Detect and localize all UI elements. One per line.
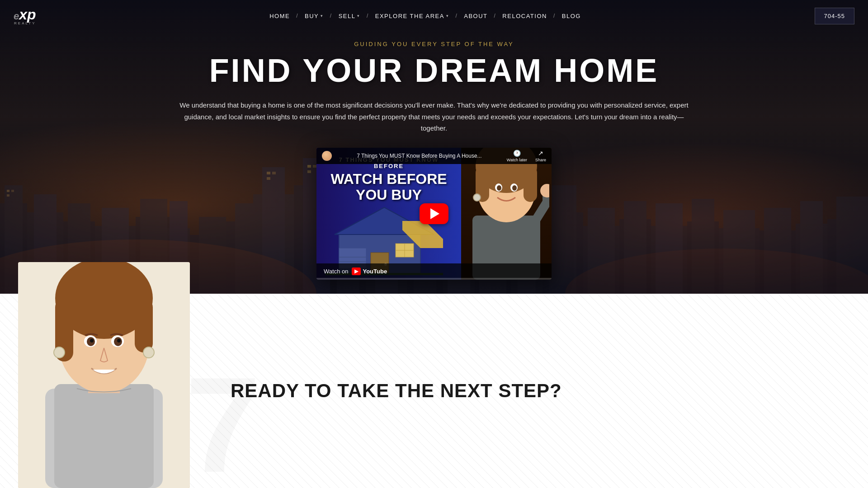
nav-explore[interactable]: EXPLORE THE AREA ▾ (372, 11, 453, 21)
hero-section: exp REALTY HOME / BUY ▾ / SELL ▾ / EXPLO… (0, 0, 868, 294)
cta-title: Ready To Take The Next Step? (231, 380, 832, 402)
nav-blog[interactable]: BLOG (558, 11, 585, 21)
svg-point-100 (143, 347, 154, 358)
agent-photo-area (0, 294, 203, 488)
video-wrapper[interactable]: 7 Things You MUST Know Before Buying A H… (316, 148, 552, 280)
share-label: Share (535, 158, 546, 162)
sell-dropdown-arrow: ▾ (357, 14, 360, 18)
svg-point-81 (497, 185, 501, 191)
hero-content: GUIDING YOU EVERY STEP OF THE WAY FIND Y… (0, 0, 868, 280)
share-icon: ↗ (538, 150, 543, 157)
cta-prefix: Ready To Take (231, 380, 395, 401)
nav-sep-1: / (296, 13, 298, 19)
nav-sep-3: / (367, 13, 369, 19)
svg-rect-87 (54, 384, 154, 488)
hero-description: We understand that buying a home is one … (163, 99, 705, 134)
watch-on-youtube[interactable]: Watch on ▶ YouTube (324, 267, 387, 275)
watch-later-icon: 🕐 (513, 150, 521, 157)
phone-button[interactable]: 704-55 (815, 8, 854, 24)
nav-sep-6: / (553, 13, 556, 19)
svg-point-83 (473, 194, 481, 201)
watch-on-label: Watch on (324, 268, 348, 275)
share-button[interactable]: ↗ Share (535, 150, 546, 162)
navbar: exp REALTY HOME / BUY ▾ / SELL ▾ / EXPLO… (0, 0, 868, 32)
nav-sep-5: / (494, 13, 496, 19)
svg-point-82 (512, 185, 517, 191)
svg-rect-92 (135, 298, 153, 352)
svg-point-97 (90, 339, 94, 343)
youtube-logo-text: YouTube (363, 268, 387, 275)
youtube-top-bar: 7 Things You MUST Know Before Buying A H… (316, 148, 552, 164)
person-svg (463, 148, 549, 280)
nav-buy[interactable]: BUY ▾ (301, 11, 327, 21)
nav-home[interactable]: HOME (266, 11, 293, 21)
play-icon (430, 208, 439, 219)
nav-about[interactable]: ABOUT (460, 11, 491, 21)
thumbnail-right (461, 148, 552, 280)
hero-title: FIND YOUR DREAM HOME (0, 53, 868, 89)
person-thumbnail (461, 148, 552, 280)
buy-dropdown-arrow: ▾ (321, 14, 324, 18)
svg-point-99 (54, 347, 65, 358)
nav-sep-2: / (330, 13, 332, 19)
video-container[interactable]: 7 Things You MUST Know Before Buying A H… (316, 148, 552, 280)
explore-dropdown-arrow: ▾ (446, 14, 449, 18)
watch-later-label: Watch later (507, 158, 527, 162)
nav-relocation[interactable]: RELOCATION (499, 11, 551, 21)
hero-subtitle: GUIDING YOU EVERY STEP OF THE WAY (0, 41, 868, 47)
nav-menu: HOME / BUY ▾ / SELL ▾ / EXPLORE THE AREA… (266, 11, 585, 21)
youtube-logo: ▶ YouTube (352, 267, 387, 275)
youtube-bottom-bar: Watch on ▶ YouTube (316, 263, 552, 280)
channel-avatar (322, 151, 332, 161)
svg-point-84 (540, 184, 549, 197)
cta-text-area: 7 Ready To Take The Next Step? (231, 380, 832, 402)
cta-bold: The Next Step? (395, 380, 562, 401)
nav-sep-4: / (455, 13, 458, 19)
bottom-inner: 7 Ready To Take The Next Step? (0, 294, 868, 488)
bottom-section: 7 Ready To Take The Next Step? (0, 294, 868, 488)
play-button[interactable] (420, 203, 448, 224)
youtube-logo-icon: ▶ (352, 267, 361, 275)
logo[interactable]: exp REALTY (14, 6, 36, 25)
logo-text: exp (14, 6, 36, 23)
progress-bar-track (316, 278, 552, 280)
svg-point-98 (117, 339, 121, 343)
agent-svg (18, 262, 190, 488)
logo-tagline: REALTY (14, 21, 36, 25)
svg-rect-78 (524, 166, 537, 202)
agent-photo (18, 262, 190, 488)
watch-later-button[interactable]: 🕐 Watch later (507, 150, 527, 162)
nav-sell[interactable]: SELL ▾ (335, 11, 364, 21)
video-title: 7 Things You MUST Know Before Buying A H… (336, 153, 502, 159)
